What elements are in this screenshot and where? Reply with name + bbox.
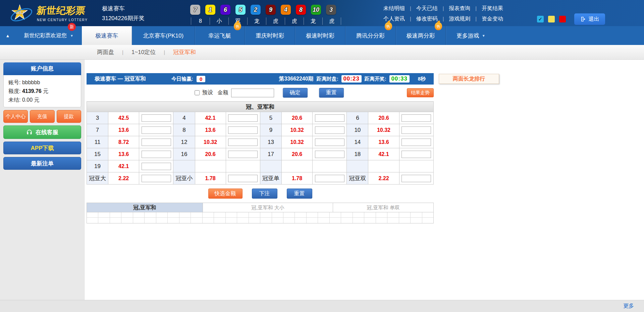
bet-amount-input[interactable] xyxy=(142,126,171,134)
bet-amount-input[interactable] xyxy=(228,139,258,146)
history-cell xyxy=(330,212,341,218)
account-number-value: bbbbbb xyxy=(22,80,40,85)
quick-amount-button[interactable]: 快选金额 xyxy=(208,189,243,199)
hot-badge: 热 xyxy=(234,22,241,30)
bet-amount-input[interactable] xyxy=(401,175,431,182)
collapse-button[interactable]: ▲ xyxy=(0,26,15,45)
bet-input-cell xyxy=(226,172,260,185)
dragon-rank-button[interactable]: 两面长龙排行 xyxy=(439,74,499,84)
bet-amount-input[interactable] xyxy=(228,114,258,122)
more-link[interactable]: 更多 xyxy=(623,303,634,310)
nav-tab[interactable]: 极速两分彩热 xyxy=(395,26,446,45)
bet-odds: 1.78 xyxy=(195,172,226,185)
history-cell xyxy=(237,212,249,218)
subnav-item[interactable]: 1~10定位 xyxy=(130,48,157,56)
history-cell xyxy=(121,212,133,218)
unsettled-row: 未结: 0.00 元 xyxy=(8,96,76,104)
top-menu-item[interactable]: 报表查询 xyxy=(444,5,475,12)
nav-tab[interactable]: 腾讯分分彩热 xyxy=(345,26,395,45)
bet-odds: 42.1 xyxy=(108,160,139,172)
online-service-button[interactable]: 在线客服 xyxy=(3,125,81,139)
balance-row: 额度: 4139.76 元 xyxy=(8,87,76,96)
nav-tab[interactable]: 更多游戏▼ xyxy=(445,26,496,45)
bet-option-label: 12 xyxy=(173,136,195,148)
nav-tab[interactable]: 极速赛车 xyxy=(82,26,132,45)
bet-option-label xyxy=(347,160,368,172)
bet-input-cell xyxy=(399,112,433,124)
bet-amount-input[interactable] xyxy=(401,139,431,146)
logout-button[interactable]: 退出 xyxy=(574,13,605,25)
bet-amount-input[interactable] xyxy=(315,126,344,134)
bet-table: 冠、亚军和342.5442.1520.6620.6713.6813.6910.3… xyxy=(87,101,434,185)
current-issue: 第33662240期 xyxy=(279,75,313,83)
account-info-panel: 账号: bbbbbb 额度: 4139.76 元 未结: 0.00 元 xyxy=(3,75,81,107)
history-cell xyxy=(411,212,422,218)
bet-option-label: 冠亚小 xyxy=(173,172,195,185)
history-cell xyxy=(145,212,156,218)
bet-table-header: 冠、亚军和 xyxy=(87,102,434,112)
app-download-button[interactable]: APP下载 xyxy=(3,142,81,154)
bet-amount-input[interactable] xyxy=(401,151,431,158)
bet-amount-input[interactable] xyxy=(401,126,431,134)
bet-amount-input[interactable] xyxy=(142,114,171,122)
result-ball: 9 xyxy=(266,5,276,15)
bet-amount-input[interactable] xyxy=(315,114,344,122)
nav-tab[interactable]: 极速时时彩 xyxy=(295,26,345,45)
history-cell xyxy=(330,218,341,223)
bet-table-row: 1942.1 xyxy=(87,160,434,172)
bet-amount-input[interactable] xyxy=(228,175,258,182)
confirm-button[interactable]: 确定 xyxy=(283,88,308,98)
bet-amount-input[interactable] xyxy=(142,175,171,182)
history-cell xyxy=(272,218,283,223)
account-info-title: 账户信息 xyxy=(3,62,81,75)
sidebar-action-button[interactable]: 个人中心 xyxy=(3,110,28,123)
bet-input-cell xyxy=(399,124,433,136)
latest-orders-button[interactable]: 最新注单 xyxy=(3,157,81,170)
place-bet-button[interactable]: 下注 xyxy=(252,189,277,199)
sidebar-action-button[interactable]: 充值 xyxy=(30,110,54,123)
amount-input[interactable] xyxy=(231,89,274,97)
today-winloss-value: 0 xyxy=(197,76,205,82)
top-menu-item[interactable]: 个人资讯 xyxy=(383,15,410,22)
result-stat: 龙 xyxy=(247,17,266,25)
preset-checkbox[interactable] xyxy=(195,90,200,95)
history-cell xyxy=(249,218,260,223)
bet-amount-input[interactable] xyxy=(315,139,344,146)
top-menu-item[interactable]: 开奖结果 xyxy=(477,5,508,12)
theme-color-swatch[interactable] xyxy=(548,16,555,22)
nav-tab[interactable]: 北京赛车(PK10) xyxy=(132,26,195,45)
subnav-item[interactable]: 冠亚军和 xyxy=(172,48,197,56)
subnav-item[interactable]: 两面盘 xyxy=(96,48,115,56)
bet-amount-input[interactable] xyxy=(142,151,171,158)
bet-amount-input[interactable] xyxy=(142,139,171,146)
bet-amount-input[interactable] xyxy=(315,151,344,158)
nav-tab-label: 极速时时彩 xyxy=(306,32,334,40)
nav-welcome[interactable]: 新世纪彩票欢迎您 ▼ 新 xyxy=(15,26,82,45)
bet-odds: 2.22 xyxy=(108,172,139,185)
trend-button[interactable]: 结果走势 xyxy=(407,88,434,97)
theme-color-swatch[interactable]: ✓ xyxy=(537,16,544,22)
nav-tab[interactable]: 重庆时时彩 xyxy=(245,26,295,45)
history-cell xyxy=(249,212,260,218)
bet-reset-button[interactable]: 重置 xyxy=(287,189,312,199)
history-cell xyxy=(121,218,133,223)
bet-input-cell xyxy=(226,148,260,160)
bet-amount-input[interactable] xyxy=(228,151,258,158)
top-menu-item[interactable]: 今天已结 xyxy=(411,5,443,12)
sidebar-action-button[interactable]: 提款 xyxy=(57,110,81,123)
bet-amount-input[interactable] xyxy=(142,163,171,170)
history-cell xyxy=(226,218,237,223)
nav-tab[interactable]: 幸运飞艇热 xyxy=(195,26,245,45)
history-cell xyxy=(295,218,306,223)
top-menu-item[interactable]: 未结明细 xyxy=(383,5,410,12)
bet-amount-input[interactable] xyxy=(401,114,431,122)
theme-color-swatch[interactable] xyxy=(559,16,566,22)
top-menu-item[interactable]: 游戏规则 xyxy=(444,15,475,22)
bet-amount-input[interactable] xyxy=(228,126,258,134)
bet-amount-input[interactable] xyxy=(315,175,344,182)
bet-input-cell xyxy=(139,124,173,136)
reset-button[interactable]: 重置 xyxy=(319,88,344,98)
history-cell xyxy=(110,212,121,218)
result-ball: 3 xyxy=(326,5,336,15)
top-menu-item[interactable]: 资金变动 xyxy=(477,15,508,22)
